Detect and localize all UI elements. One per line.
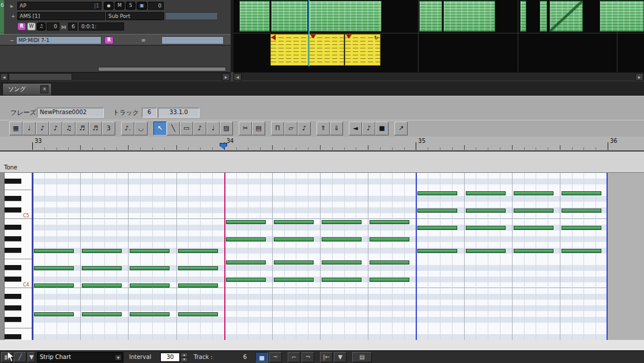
solo-button[interactable]: S [126,2,135,10]
read-button[interactable]: R [17,22,26,31]
midi-note[interactable] [178,249,218,253]
midi-note[interactable] [370,260,409,264]
midi-note[interactable] [466,209,506,213]
midi-note[interactable] [514,249,553,253]
black-key[interactable] [5,334,21,339]
port-field[interactable]: Sub Port [106,12,164,20]
midi-note[interactable] [34,312,74,316]
toolbar-button-expand[interactable]: ↗ [394,122,408,135]
midi-note[interactable] [178,283,218,288]
black-key[interactable] [5,294,21,299]
interval-spinner[interactable]: ▲ ▼ [180,353,188,362]
arrange-clip[interactable] [419,1,442,32]
toolbar-button-note-sixteenth[interactable]: ♫ [62,122,76,135]
midi-note[interactable] [274,278,314,282]
arrange-area[interactable]: ↻ [234,0,644,72]
arrange-clip[interactable] [540,1,547,32]
position-display-field[interactable]: 33.1.0 [158,108,199,118]
midi-note[interactable] [226,260,266,264]
toolbar-button-speaker[interactable]: ◄ [349,122,362,135]
midi-note[interactable] [370,220,409,224]
midi-record-button[interactable]: R [104,36,114,44]
midi-note[interactable] [562,249,601,253]
track-number-field[interactable]: 6 [142,108,157,118]
piano-keyboard[interactable]: C5C4 [5,173,32,340]
midi-track-row[interactable]: − MP:MIDI 7-1 R ≡ [0,34,231,46]
midi-note[interactable] [417,191,457,195]
tab-close-icon[interactable]: × [40,85,48,93]
scroll-left-button[interactable]: ◀ [234,73,242,81]
midi-note[interactable] [130,249,170,253]
scroll-right-button[interactable]: ▶ [222,73,230,81]
midi-note[interactable] [417,226,457,230]
spinner-down-icon[interactable]: ▼ [180,357,188,362]
midi-note[interactable] [417,249,457,253]
midi-note[interactable] [514,191,553,195]
arrange-clip[interactable] [443,1,495,32]
toolbar-button-copy[interactable]: ▤ [252,122,265,135]
scroll-left-button[interactable]: ◀ [0,73,8,81]
list-icon[interactable]: ≡ [141,37,146,44]
midi-note[interactable] [130,283,170,288]
midi-note[interactable] [178,312,218,316]
toolbar-button-note-quarter[interactable]: ♩ [22,122,36,135]
mute-button[interactable]: M [115,2,125,10]
black-key[interactable] [5,317,21,322]
position-field[interactable]: 0:0:1: [79,22,124,31]
midi-note[interactable] [466,226,506,230]
add-track-icon[interactable]: + [11,13,16,20]
toolbar-button-note-select[interactable]: ♪ [193,122,206,135]
phrase-name-field[interactable]: NewPhrase0002 [37,108,104,118]
midi-note[interactable] [130,266,170,270]
midi-note[interactable] [178,266,218,270]
spinner-up-icon[interactable]: ▲ [180,353,188,357]
midi-note[interactable] [370,278,409,282]
toolbar-button-line[interactable]: ╲ [167,122,180,135]
midi-note[interactable] [562,209,601,213]
toolbar-button-scissors[interactable]: ✂ [239,122,252,135]
midi-note[interactable] [466,249,506,253]
toolbar-button-play-note[interactable]: ♪ [362,122,375,135]
midi-note[interactable] [514,226,553,230]
toolbar-button-grid[interactable]: ▦ [9,122,22,135]
midi-note[interactable] [466,191,506,195]
tab-song[interactable]: ソング × [2,83,52,96]
status-button-ramp-mode[interactable]: ¬ [302,352,314,362]
black-key[interactable] [5,179,21,184]
midi-note[interactable] [82,312,122,316]
arrange-selected-clip[interactable]: ↻ [345,34,381,66]
midi-note[interactable] [274,237,314,241]
toolbar-button-lasso[interactable]: ▭ [180,122,193,135]
midi-note[interactable] [226,220,266,224]
track-panel-hscroll[interactable]: ◀ ▶ [0,72,231,81]
ruler-playhead-marker[interactable] [220,143,227,149]
collapse-icon[interactable]: − [10,37,14,44]
status-button-level-mode[interactable]: ▅ [255,352,268,362]
midi-note[interactable] [82,266,122,270]
midi-note[interactable] [82,249,122,253]
midi-note[interactable] [274,260,314,264]
midi-note[interactable] [370,237,409,241]
midi-note[interactable] [322,278,361,282]
ruler[interactable]: 33343536 [0,137,644,151]
arrange-selected-clip[interactable] [309,34,344,66]
midi-note[interactable] [130,312,170,316]
strip-chart-select[interactable]: Strip Chart ▼ [37,352,123,362]
toolbar-button-stop[interactable]: ■ [375,122,389,135]
track-expand-icon[interactable]: ▶ [10,3,13,10]
port-icon-button[interactable]: ▣ [137,2,147,10]
arrange-clip[interactable] [309,1,382,32]
dropdown-arrow-icon[interactable]: ▼ [115,354,122,361]
midi-note[interactable] [226,278,266,282]
toolbar-button-audition[interactable]: ♪ [297,122,311,135]
instrument-field[interactable]: AMS [1] [17,12,105,20]
toolbar-button-pointer[interactable]: ↖ [153,122,167,135]
empty-field[interactable] [165,12,218,20]
offset-field[interactable]: 0 [47,22,59,31]
track-value-field[interactable]: 0 [148,2,164,10]
black-key[interactable] [5,207,21,213]
toolbar-button-paste[interactable]: Π [271,122,284,135]
midi-note[interactable] [562,226,601,230]
arrange-clip[interactable] [520,1,526,32]
status-button-step-mode[interactable]: ⌐ [288,352,300,362]
